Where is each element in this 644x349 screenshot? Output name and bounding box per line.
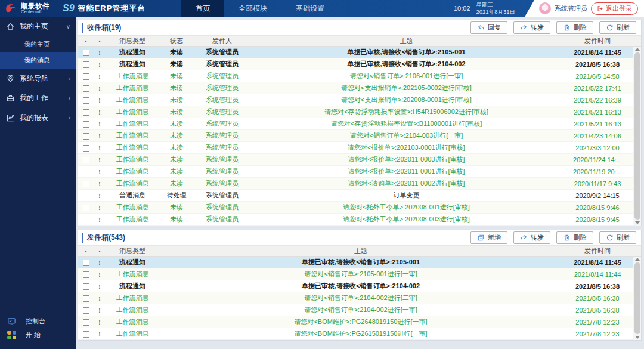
- row-checkbox[interactable]: [83, 50, 89, 56]
- table-row[interactable]: !流程通知单据已审核,请接收<销售订单>:2104-0022021/8/5 16…: [78, 280, 633, 292]
- row-checkbox[interactable]: [83, 193, 89, 199]
- message-sender: 系统管理员: [194, 155, 250, 164]
- row-checkbox[interactable]: [83, 121, 89, 128]
- inbox-scrollbar[interactable]: [633, 47, 641, 226]
- message-subject: 请您对<报价单>:202011-0003进行[审核]: [250, 155, 562, 164]
- inbox-title: 收件箱(19): [82, 23, 121, 33]
- delete-button[interactable]: 删除: [556, 231, 593, 244]
- table-row[interactable]: !工作流消息未读系统管理员请您对<存货浮动耗损率设置>:H54R15006002…: [78, 106, 633, 118]
- sidebar-footer-label: 开 始: [26, 331, 41, 339]
- message-type: 工作流消息: [106, 107, 159, 116]
- table-row[interactable]: !流程通知单据已审核,请接收<销售订单>:2105-0012021/8/14 1…: [78, 257, 633, 268]
- message-time: 2021/8/5 16:38: [562, 283, 633, 290]
- row-checkbox[interactable]: [83, 109, 89, 116]
- priority-flag-icon: !: [94, 204, 106, 211]
- row-checkbox[interactable]: [83, 260, 89, 266]
- table-row[interactable]: !工作流消息未读系统管理员请您对<销售订单>:2106-001进行[一审]202…: [78, 70, 633, 82]
- add-icon: [477, 234, 485, 242]
- table-row[interactable]: !工作流消息请您对<销售订单>:2104-002进行[一审]2021/8/5 1…: [78, 304, 633, 316]
- sidebar-item[interactable]: 我的工作›: [0, 88, 76, 108]
- table-row[interactable]: !工作流消息请您对<销售订单>:2104-002进行[二审]2021/8/5 1…: [78, 292, 633, 304]
- forward-button[interactable]: 转发: [513, 21, 550, 34]
- row-checkbox[interactable]: [83, 307, 89, 314]
- reply-button[interactable]: 回复: [470, 21, 507, 34]
- add-button[interactable]: 新增: [470, 231, 507, 244]
- message-sender: 系统管理员: [194, 60, 250, 69]
- refresh-button[interactable]: 刷新: [599, 21, 636, 34]
- row-checkbox[interactable]: [83, 319, 89, 326]
- checkbox-cell: [78, 318, 94, 326]
- table-row[interactable]: !工作流消息未读系统管理员请您对<托外工令单>:202008-003进行[审核]…: [78, 214, 633, 226]
- table-row[interactable]: !工作流消息未读系统管理员请您对<请购单>:202011-0002进行[审核]2…: [78, 178, 633, 190]
- scroll-thumb[interactable]: [634, 262, 640, 334]
- table-row[interactable]: !工作流消息未读系统管理员请您对<报价单>:202011-0003进行[审核]2…: [78, 154, 633, 166]
- row-checkbox[interactable]: [83, 169, 89, 175]
- scroll-thumb[interactable]: [634, 52, 640, 220]
- refresh-button[interactable]: 刷新: [599, 231, 636, 244]
- sidebar-footer-item[interactable]: 控制台: [0, 314, 76, 328]
- sidebar-subitem[interactable]: - 我的主页: [0, 36, 76, 52]
- user-area: 系统管理员 退出登录: [525, 0, 644, 17]
- table-row[interactable]: !流程通知未读系统管理员单据已审核,请接收<销售订单>:2105-0012021…: [78, 47, 633, 58]
- column-sender: 发件人: [194, 36, 250, 45]
- user-avatar[interactable]: [539, 2, 551, 14]
- table-row[interactable]: !工作流消息未读系统管理员请您对<托外工令单>:202008-001进行[审核]…: [78, 202, 633, 214]
- table-row[interactable]: !工作流消息未读系统管理员请您对<销售订单>:2104-003进行[一审]202…: [78, 130, 633, 142]
- header-divider: [58, 3, 58, 14]
- message-status: 未读: [159, 131, 194, 140]
- username: 系统管理员: [555, 4, 587, 13]
- table-row[interactable]: !工作流消息请您对<BOM维护>:PG2648019150进行[一审]2021/…: [78, 316, 633, 328]
- main-content: 收件箱(19) 回复转发删除刷新 ▴ ▴ 消息类型 状态 发件人 主题 发件时间…: [76, 17, 644, 349]
- scroll-up-icon[interactable]: [635, 48, 640, 51]
- message-subject: 请您对<支出报销单>:202105-0002进行[审核]: [250, 84, 562, 92]
- table-row[interactable]: !工作流消息未读系统管理员请您对<存货浮动耗损率设置>:B11000001进行[…: [78, 118, 633, 130]
- outbox-scrollbar[interactable]: [633, 257, 641, 340]
- sidebar-footer-item[interactable]: 开 始: [0, 328, 76, 342]
- table-row[interactable]: !工作流消息请您对<销售订单>:2105-001进行[一审]2021/8/14 …: [78, 268, 633, 280]
- forward-icon: [520, 234, 528, 242]
- row-checkbox[interactable]: [83, 283, 89, 290]
- scroll-up-icon[interactable]: [635, 258, 640, 261]
- row-checkbox[interactable]: [83, 73, 89, 80]
- table-row[interactable]: !普通消息待处理系统管理员订单变更2020/9/2 14:15: [78, 190, 633, 202]
- row-checkbox[interactable]: [83, 145, 89, 152]
- row-checkbox[interactable]: [83, 331, 89, 338]
- row-checkbox[interactable]: [83, 205, 89, 211]
- logout-button[interactable]: 退出登录: [591, 2, 638, 15]
- table-row[interactable]: !工作流消息请您对<BOM维护>:PG2615019150进行[一审]2021/…: [78, 328, 633, 340]
- forward-button[interactable]: 转发: [513, 231, 550, 244]
- message-subject: 请您对<BOM维护>:PG2648019150进行[一审]: [159, 317, 562, 326]
- delete-button[interactable]: 删除: [556, 21, 593, 34]
- sidebar-item[interactable]: 我的报表›: [0, 108, 76, 128]
- row-checkbox[interactable]: [83, 97, 89, 104]
- nav-tab[interactable]: 基础设置: [281, 0, 339, 17]
- sidebar-item[interactable]: 我的主页∨: [0, 17, 76, 36]
- row-checkbox[interactable]: [83, 133, 89, 140]
- row-checkbox[interactable]: [83, 61, 89, 68]
- sidebar-subitem[interactable]: - 我的消息: [0, 52, 76, 69]
- sidebar-item[interactable]: 系统导航›: [0, 69, 76, 88]
- table-row[interactable]: !工作流消息未读系统管理员请您对<报价单>:202011-0001进行[审核]2…: [78, 166, 633, 178]
- nav-tab[interactable]: 首页: [181, 0, 224, 17]
- table-row[interactable]: !工作流消息未读系统管理员请您对<报价单>:202103-0001进行[审核]2…: [78, 142, 633, 154]
- table-row[interactable]: !工作流消息未读系统管理员请您对<支出报销单>:202105-0002进行[审核…: [78, 82, 633, 94]
- sidebar-item-label: 我的主页: [20, 21, 48, 32]
- brand-name-en: Centersoft: [21, 10, 49, 14]
- scroll-down-icon[interactable]: [635, 336, 640, 339]
- row-checkbox[interactable]: [83, 295, 89, 302]
- checkbox-cell: [78, 120, 94, 128]
- column-time: 发件时间: [562, 246, 633, 255]
- row-checkbox[interactable]: [83, 157, 89, 163]
- message-subject: 单据已审核,请接收<销售订单>:2105-001: [250, 48, 562, 57]
- row-checkbox[interactable]: [83, 181, 89, 187]
- table-row[interactable]: !流程通知未读系统管理员单据已审核,请接收<销售订单>:2104-0022021…: [78, 58, 633, 70]
- message-time: 2020/11/17 9:43: [562, 180, 633, 187]
- row-checkbox[interactable]: [83, 85, 89, 92]
- row-checkbox[interactable]: [83, 217, 89, 223]
- table-row[interactable]: !工作流消息未读系统管理员请您对<支出报销单>:202008-0001进行[审核…: [78, 94, 633, 106]
- message-sender: 系统管理员: [194, 95, 250, 104]
- row-checkbox[interactable]: [83, 271, 89, 278]
- nav-tab[interactable]: 全部模块: [224, 0, 281, 17]
- button-label: 新增: [488, 233, 501, 242]
- scroll-down-icon[interactable]: [635, 221, 640, 224]
